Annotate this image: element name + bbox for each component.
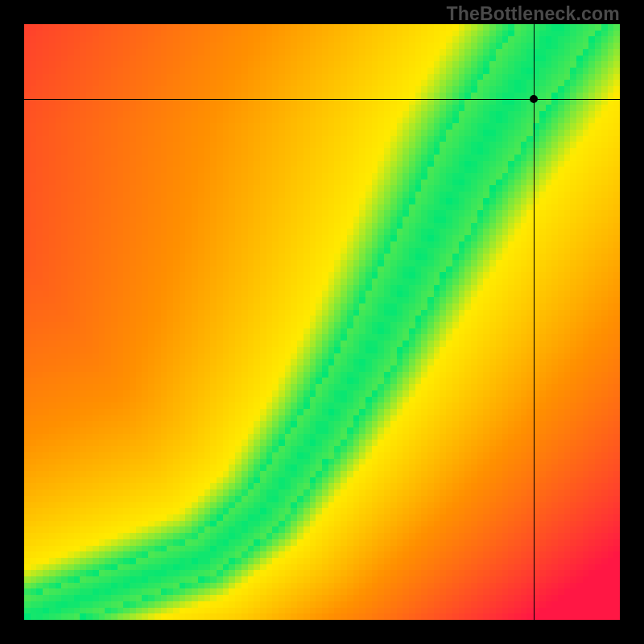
- data-point-marker: [530, 95, 538, 103]
- heatmap-canvas: [24, 24, 620, 620]
- chart-container: TheBottleneck.com: [0, 0, 644, 644]
- watermark-text: TheBottleneck.com: [446, 3, 620, 25]
- crosshair-vertical: [534, 24, 535, 620]
- heatmap-plot: [24, 24, 620, 620]
